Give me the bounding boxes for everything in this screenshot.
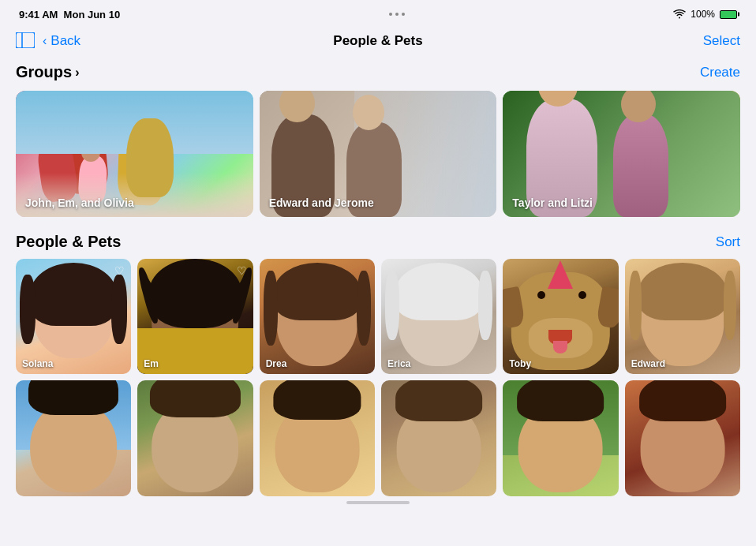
select-button[interactable]: Select (703, 33, 740, 49)
status-right: 100% (673, 9, 737, 20)
person-name-toby: Toby (509, 358, 531, 369)
people-grid-row2 (16, 380, 740, 496)
wifi-icon (673, 9, 686, 19)
person-card-solana[interactable]: ♡ Solana (16, 259, 131, 374)
heart-icon-solana: ♡ (114, 264, 125, 277)
create-button[interactable]: Create (700, 65, 740, 80)
person-name-edward: Edward (631, 358, 665, 369)
sort-button[interactable]: Sort (716, 234, 740, 250)
group-label-3: Taylor and Litzi (512, 196, 593, 209)
person-card-r2c6[interactable] (625, 380, 740, 496)
people-section-title: People & Pets (16, 233, 121, 251)
people-grid-row1: ♡ Solana ♡ Em (16, 259, 740, 374)
person-name-drea: Drea (266, 358, 287, 369)
page-title: People & Pets (333, 33, 422, 49)
groups-title-row[interactable]: Groups › (16, 63, 79, 81)
groups-section-header: Groups › Create (16, 63, 740, 81)
back-label: Back (51, 33, 80, 49)
person-name-em: Em (144, 358, 159, 369)
groups-title: Groups (16, 63, 72, 81)
group-card-3[interactable]: Taylor and Litzi (503, 91, 740, 217)
back-chevron-icon: ‹ (43, 34, 47, 48)
status-dot (389, 13, 392, 16)
person-name-erica: Erica (387, 358, 410, 369)
sidebar-toggle-button[interactable] (16, 32, 35, 50)
status-center-dots (389, 13, 405, 16)
main-content: Groups › Create (0, 60, 756, 496)
groups-chevron-icon: › (75, 65, 79, 80)
status-dot (402, 13, 405, 16)
heart-icon-em: ♡ (237, 264, 247, 277)
back-button[interactable]: ‹ Back (43, 33, 80, 49)
groups-grid: John, Em, and Olivia Edward and Jerome (16, 91, 740, 217)
person-card-em[interactable]: ♡ Em (137, 259, 253, 374)
svg-rect-0 (16, 32, 35, 48)
battery-icon (720, 10, 737, 19)
person-card-r2c3[interactable] (260, 380, 375, 496)
people-section-header: People & Pets Sort (16, 233, 740, 251)
scroll-pill (346, 501, 410, 504)
person-card-r2c2[interactable] (137, 380, 253, 496)
person-card-toby[interactable]: Toby (503, 259, 618, 374)
group-label-2: Edward and Jerome (269, 196, 374, 209)
person-card-erica[interactable]: Erica (381, 259, 496, 374)
person-card-drea[interactable]: Drea (260, 259, 375, 374)
scroll-indicator (0, 501, 756, 504)
nav-left: ‹ Back (16, 32, 80, 50)
person-name-solana: Solana (22, 358, 53, 369)
status-bar: 9:41 AM Mon Jun 10 100% (0, 0, 756, 25)
person-card-r2c1[interactable] (16, 380, 131, 496)
group-label-1: John, Em, and Olivia (25, 196, 134, 209)
person-card-r2c4[interactable] (381, 380, 496, 496)
status-dot (395, 13, 399, 16)
battery-percentage: 100% (691, 9, 715, 20)
group-card-2[interactable]: Edward and Jerome (260, 91, 497, 217)
group-card-1[interactable]: John, Em, and Olivia (16, 91, 253, 217)
person-card-edward[interactable]: Edward (625, 259, 740, 374)
nav-bar: ‹ Back People & Pets Select (0, 25, 756, 60)
status-time: 9:41 AM Mon Jun 10 (19, 9, 120, 21)
person-card-r2c5[interactable] (503, 380, 618, 496)
